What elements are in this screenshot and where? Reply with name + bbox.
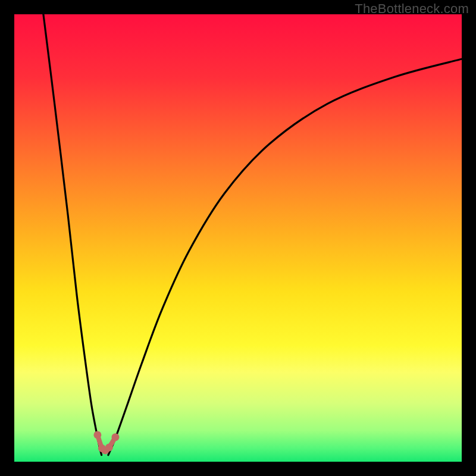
plot-area bbox=[14, 14, 462, 462]
marker-dot-0 bbox=[93, 431, 101, 439]
marker-dot-1 bbox=[98, 444, 106, 452]
chart-frame: TheBottleneck.com bbox=[0, 0, 476, 476]
marker-dot-3 bbox=[111, 433, 119, 441]
bottleneck-chart bbox=[14, 14, 462, 462]
gradient-background bbox=[14, 14, 462, 462]
marker-dot-2 bbox=[105, 443, 113, 451]
watermark-text: TheBottleneck.com bbox=[355, 1, 469, 17]
